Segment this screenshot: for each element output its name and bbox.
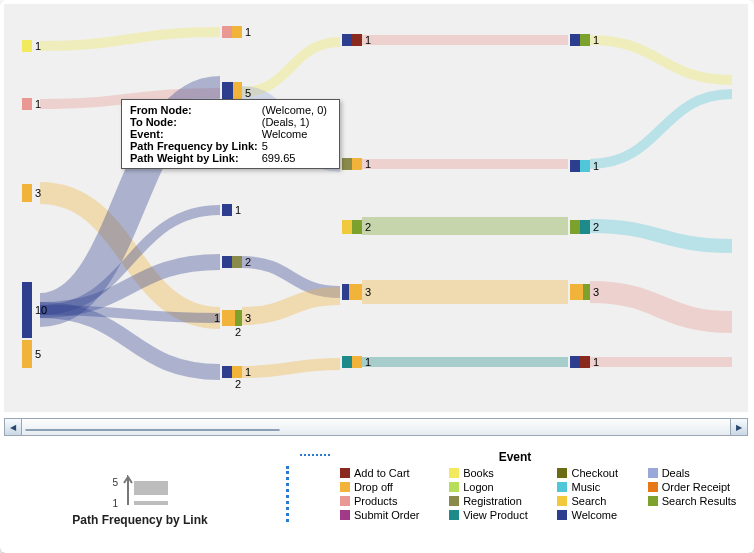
sankey-flows — [4, 4, 748, 412]
legend-label: Deals — [662, 467, 690, 479]
tooltip-freq-label: Path Frequency by Link: — [130, 140, 262, 152]
sankey-node[interactable]: 1 — [342, 34, 371, 46]
tooltip-weight-label: Path Weight by Link: — [130, 152, 262, 164]
sankey-node[interactable]: 1 — [22, 98, 41, 110]
legend-label: Order Receipt — [662, 481, 730, 493]
legend-label: Registration — [463, 495, 522, 507]
legend-swatch — [449, 468, 459, 478]
scroll-thumb[interactable] — [25, 429, 280, 431]
sankey-node[interactable]: 1 — [342, 158, 371, 170]
tooltip-to-label: To Node: — [130, 116, 262, 128]
sankey-link[interactable] — [590, 226, 732, 246]
legend-item[interactable]: Add to Cart — [340, 466, 437, 480]
thickness-legend: 5 1 Path Frequency by Link — [0, 448, 280, 553]
node-value: 3 — [35, 187, 41, 199]
legend-label: Products — [354, 495, 397, 507]
sankey-node[interactable]: 1 — [222, 26, 251, 38]
sankey-node[interactable]: 132 — [222, 310, 251, 326]
sankey-node[interactable]: 1 — [570, 356, 599, 368]
sankey-link[interactable] — [242, 262, 340, 292]
legend-item[interactable]: Search — [557, 494, 635, 508]
sankey-node[interactable]: 1 — [570, 160, 599, 172]
tooltip-event-label: Event: — [130, 128, 262, 140]
sankey-link[interactable] — [590, 94, 732, 164]
sankey-link[interactable] — [242, 296, 340, 316]
thickness-max: 5 — [108, 477, 118, 488]
sankey-link[interactable] — [242, 42, 340, 92]
legend-item[interactable]: Music — [557, 480, 635, 494]
sankey-node[interactable]: 3 — [570, 284, 599, 300]
sankey-node[interactable]: 10 — [22, 282, 47, 338]
legend-item[interactable]: View Product — [449, 508, 545, 522]
node-value: 1 — [245, 366, 251, 378]
scroll-right-arrow[interactable]: ▶ — [730, 419, 747, 435]
legend-swatch — [449, 482, 459, 492]
scroll-left-arrow[interactable]: ◀ — [5, 419, 22, 435]
legend-item[interactable]: Registration — [449, 494, 545, 508]
legend-item[interactable]: Logon — [449, 480, 545, 494]
node-value: 1 — [35, 40, 41, 52]
legend-label: Submit Order — [354, 509, 419, 521]
sankey-node[interactable]: 1 — [222, 204, 241, 216]
thickness-icon — [122, 475, 172, 509]
sankey-node[interactable]: 5 — [22, 340, 41, 368]
sankey-node[interactable]: 1 — [570, 34, 599, 46]
node-value: 1 — [593, 356, 599, 368]
node-value: 1 — [365, 34, 371, 46]
legend-item[interactable]: Welcome — [557, 508, 635, 522]
sankey-link[interactable] — [590, 292, 732, 322]
node-value: 3 — [245, 312, 251, 324]
sankey-node[interactable]: 12 — [222, 366, 251, 378]
legend-swatch — [557, 510, 567, 520]
sankey-link[interactable] — [40, 32, 220, 46]
sankey-node[interactable]: 2 — [570, 220, 599, 234]
node-value: 1 — [593, 34, 599, 46]
legend-item[interactable]: Products — [340, 494, 437, 508]
node-value: 3 — [365, 286, 371, 298]
sankey-node[interactable]: 3 — [22, 184, 41, 202]
legend-item[interactable]: Checkout — [557, 466, 635, 480]
horizontal-scrollbar[interactable]: ◀ ▶ — [4, 418, 748, 436]
legend-item[interactable]: Books — [449, 466, 545, 480]
legend-swatch — [557, 496, 567, 506]
node-value: 2 — [245, 256, 251, 268]
legend-swatch — [557, 482, 567, 492]
node-value: 1 — [235, 204, 241, 216]
tooltip-event-value: Welcome — [262, 128, 331, 140]
legend-item[interactable]: Order Receipt — [648, 480, 754, 494]
sankey-chart[interactable]: 11310515412132121123111231 From Node:(We… — [4, 4, 748, 412]
legend-separator — [280, 448, 340, 553]
node-value: 1 — [365, 158, 371, 170]
thickness-title: Path Frequency by Link — [72, 513, 207, 527]
legend-swatch — [340, 510, 350, 520]
sankey-node[interactable]: 3 — [342, 284, 371, 300]
legend-swatch — [340, 468, 350, 478]
tooltip-from-label: From Node: — [130, 104, 262, 116]
node-value: 1 — [245, 26, 251, 38]
node-value: 2 — [593, 221, 599, 233]
sankey-link[interactable] — [590, 40, 732, 80]
legend-item[interactable]: Submit Order — [340, 508, 437, 522]
tooltip-freq-value: 5 — [262, 140, 331, 152]
legend-swatch — [449, 496, 459, 506]
sankey-node[interactable]: 2 — [342, 220, 371, 234]
legend-label: Add to Cart — [354, 467, 410, 479]
legend-label: Music — [571, 481, 600, 493]
legend-swatch — [648, 468, 658, 478]
sankey-node[interactable]: 2 — [222, 256, 251, 268]
event-legend: Event Add to CartBooksCheckoutDealsDrop … — [340, 448, 754, 553]
legend-area: 5 1 Path Frequency by Link Event Add to … — [0, 448, 754, 553]
legend-item[interactable]: Drop off — [340, 480, 437, 494]
tooltip-to-value: (Deals, 1) — [262, 116, 331, 128]
svg-rect-0 — [134, 481, 168, 495]
node-value: 5 — [245, 87, 251, 99]
sankey-link[interactable] — [242, 364, 340, 372]
legend-item[interactable]: Search Results — [648, 494, 754, 508]
legend-label: Drop off — [354, 481, 393, 493]
node-value: 1 — [35, 98, 41, 110]
sankey-node[interactable]: 1 — [342, 356, 371, 368]
legend-item[interactable]: Deals — [648, 466, 754, 480]
node-value: 1 — [365, 356, 371, 368]
sankey-node[interactable]: 1 — [22, 40, 41, 52]
legend-label: View Product — [463, 509, 528, 521]
